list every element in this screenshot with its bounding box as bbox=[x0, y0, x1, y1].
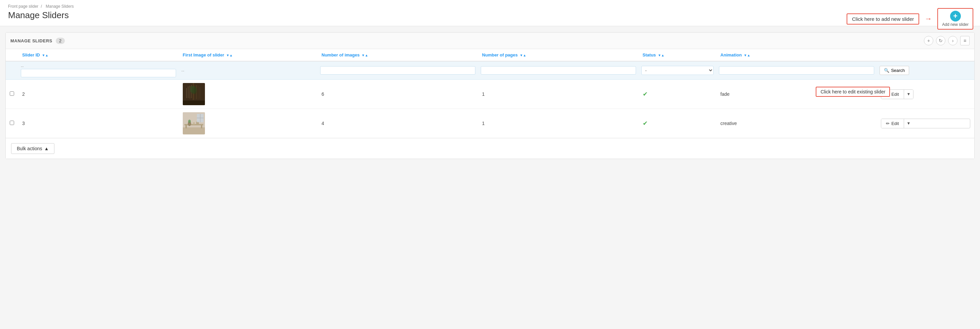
bulk-actions-label: Bulk actions bbox=[17, 146, 42, 151]
arrow-icon-button[interactable]: › bbox=[948, 36, 958, 45]
filter-slider-id-input[interactable] bbox=[21, 69, 176, 77]
col-animation: Animation ▼▲ bbox=[716, 49, 877, 61]
table-row: 2 bbox=[6, 79, 974, 109]
table-toolbar: MANAGE SLIDERS 2 + ↻ › ≡ bbox=[6, 33, 974, 49]
refresh-icon-button[interactable]: ↻ bbox=[936, 36, 945, 45]
page-title: Manage Sliders bbox=[8, 10, 972, 21]
row2-animation: creative bbox=[716, 109, 877, 138]
breadcrumb-current: Manage Sliders bbox=[46, 4, 73, 9]
hint-arrow: → bbox=[924, 14, 932, 23]
row2-edit-pencil-icon: ✏ bbox=[886, 121, 889, 126]
row1-image-placeholder bbox=[183, 83, 205, 105]
filter-row: -- -- - Active Inactive bbox=[6, 61, 974, 79]
filter-animation-input[interactable] bbox=[719, 66, 874, 75]
sort-icon-slider-id: ▼▲ bbox=[42, 53, 48, 57]
row1-num-images: 6 bbox=[318, 79, 478, 109]
header-actions: Click here to add new slider → + Add new… bbox=[846, 8, 973, 30]
row2-edit-button[interactable]: ✏ Edit bbox=[881, 119, 904, 128]
col-actions bbox=[877, 49, 974, 61]
sliders-table: Slider ID ▼▲ First Image of slider ▼▲ Nu… bbox=[6, 49, 974, 138]
add-new-slider-label: Add new slider bbox=[942, 22, 969, 27]
table-title-area: MANAGE SLIDERS 2 bbox=[10, 38, 65, 44]
table-title: MANAGE SLIDERS bbox=[10, 38, 52, 43]
col-num-images: Number of images ▼▲ bbox=[318, 49, 478, 61]
row2-status-checkmark: ✔ bbox=[643, 120, 648, 127]
row2-checkbox[interactable] bbox=[10, 121, 14, 125]
row1-edit-dropdown[interactable]: ▼ bbox=[904, 90, 913, 99]
svg-rect-22 bbox=[193, 122, 195, 124]
add-new-slider-button[interactable]: + Add new slider bbox=[937, 8, 973, 30]
sort-icon-status: ▼▲ bbox=[658, 53, 665, 57]
row1-checkbox[interactable] bbox=[10, 91, 14, 96]
row1-status-checkmark: ✔ bbox=[643, 91, 648, 97]
sort-icon-animation: ▼▲ bbox=[744, 53, 751, 57]
toolbar-icons: + ↻ › ≡ bbox=[924, 36, 970, 45]
filter-status-select[interactable]: - Active Inactive bbox=[641, 66, 714, 75]
edit-hint-box: Click here to edit existing slider bbox=[816, 87, 890, 97]
col-first-image: First Image of slider ▼▲ bbox=[179, 49, 318, 61]
search-button[interactable]: 🔍 Search bbox=[880, 66, 909, 75]
row1-status: ✔ bbox=[639, 79, 717, 109]
add-new-hint: Click here to add new slider bbox=[846, 13, 919, 24]
sort-icon-first-image: ▼▲ bbox=[226, 53, 233, 57]
row2-slider-id: 3 bbox=[18, 109, 179, 138]
col-status: Status ▼▲ bbox=[639, 49, 717, 61]
svg-rect-7 bbox=[198, 86, 199, 99]
svg-rect-10 bbox=[183, 100, 205, 105]
page-header: Front page slider / Manage Sliders Manag… bbox=[0, 0, 980, 26]
filter-checkbox-cell bbox=[6, 61, 18, 79]
row2-status: ✔ bbox=[639, 109, 717, 138]
filter-status-cell: - Active Inactive bbox=[639, 61, 717, 79]
filter-num-pages-input[interactable] bbox=[481, 66, 636, 75]
filter-search-cell: 🔍 Search bbox=[877, 61, 974, 79]
row1-image-svg bbox=[183, 83, 205, 105]
filter-slider-id-cell: -- bbox=[18, 61, 179, 79]
breadcrumb: Front page slider / Manage Sliders bbox=[8, 4, 972, 9]
row2-checkbox-cell bbox=[6, 109, 18, 138]
row2-image-placeholder bbox=[183, 112, 205, 134]
col-slider-id: Slider ID ▼▲ bbox=[18, 49, 179, 61]
row1-slider-id: 2 bbox=[18, 79, 179, 109]
count-badge: 2 bbox=[56, 38, 65, 44]
svg-rect-9 bbox=[200, 87, 200, 99]
layers-icon-button[interactable]: ≡ bbox=[960, 36, 970, 45]
manage-sliders-panel: MANAGE SLIDERS 2 + ↻ › ≡ Slider ID ▼▲ Fi… bbox=[5, 32, 975, 159]
svg-rect-8 bbox=[186, 88, 187, 98]
svg-rect-18 bbox=[185, 125, 187, 129]
bulk-actions-button[interactable]: Bulk actions ▲ bbox=[11, 143, 54, 154]
row2-actions: ✏ Edit ▼ bbox=[877, 109, 974, 138]
table-row: 3 bbox=[6, 109, 974, 138]
filter-num-images-input[interactable] bbox=[320, 66, 476, 75]
plus-icon: + bbox=[950, 11, 961, 22]
row2-edit-dropdown[interactable]: ▼ bbox=[904, 119, 913, 128]
col-checkbox bbox=[6, 49, 18, 61]
add-icon-button[interactable]: + bbox=[924, 36, 933, 45]
breadcrumb-parent[interactable]: Front page slider bbox=[8, 4, 38, 9]
svg-rect-19 bbox=[201, 125, 202, 129]
row1-num-pages: 1 bbox=[478, 79, 639, 109]
row2-num-images: 4 bbox=[318, 109, 478, 138]
table-header-row: Slider ID ▼▲ First Image of slider ▼▲ Nu… bbox=[6, 49, 974, 61]
row1-actions: Click here to edit existing slider ✏ Edi… bbox=[877, 79, 974, 109]
filter-num-pages-cell bbox=[478, 61, 639, 79]
row2-num-pages: 1 bbox=[478, 109, 639, 138]
sort-icon-num-pages: ▼▲ bbox=[520, 53, 527, 57]
bulk-actions-icon: ▲ bbox=[44, 146, 49, 151]
row1-first-image bbox=[179, 79, 318, 109]
breadcrumb-separator: / bbox=[41, 4, 42, 9]
svg-rect-16 bbox=[183, 127, 205, 134]
svg-point-21 bbox=[188, 120, 191, 123]
bottom-bar: Bulk actions ▲ bbox=[6, 138, 974, 159]
search-label: Search bbox=[891, 68, 905, 73]
svg-point-13 bbox=[192, 87, 197, 94]
col-num-pages: Number of pages ▼▲ bbox=[478, 49, 639, 61]
filter-slider-id-dash: -- bbox=[21, 64, 24, 69]
sort-icon-num-images: ▼▲ bbox=[361, 53, 368, 57]
filter-num-images-dash: -- bbox=[181, 68, 185, 73]
row1-checkbox-cell bbox=[6, 79, 18, 109]
row2-edit-btn-group: ✏ Edit ▼ bbox=[881, 119, 970, 129]
svg-rect-6 bbox=[188, 86, 188, 98]
row2-first-image bbox=[179, 109, 318, 138]
search-icon: 🔍 bbox=[884, 68, 889, 73]
filter-num-images-cell bbox=[318, 61, 478, 79]
